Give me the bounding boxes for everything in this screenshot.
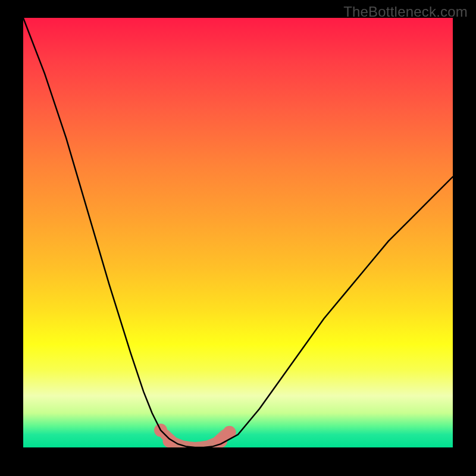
plot-area bbox=[23, 18, 453, 447]
chart-stage: TheBottleneck.com bbox=[0, 0, 476, 476]
bottleneck-curve-svg bbox=[23, 18, 453, 447]
watermark-label: TheBottleneck.com bbox=[343, 4, 468, 20]
bottleneck-curve bbox=[23, 18, 453, 447]
